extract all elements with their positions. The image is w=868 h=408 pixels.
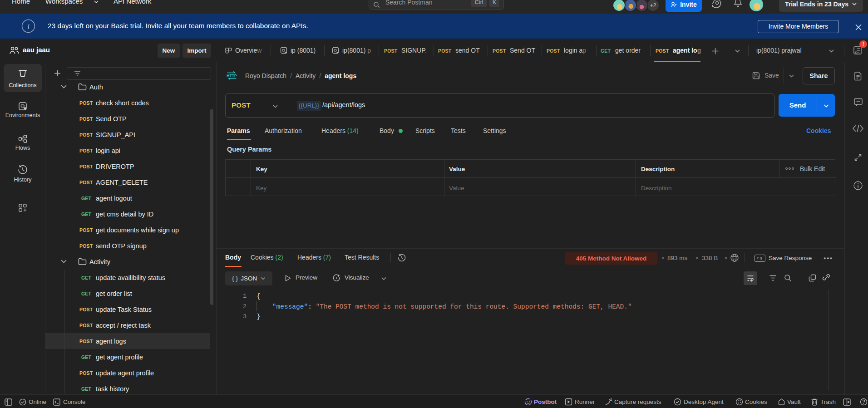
svg-text:HTTP: HTTP xyxy=(227,74,237,78)
svg-text:i: i xyxy=(27,22,30,31)
